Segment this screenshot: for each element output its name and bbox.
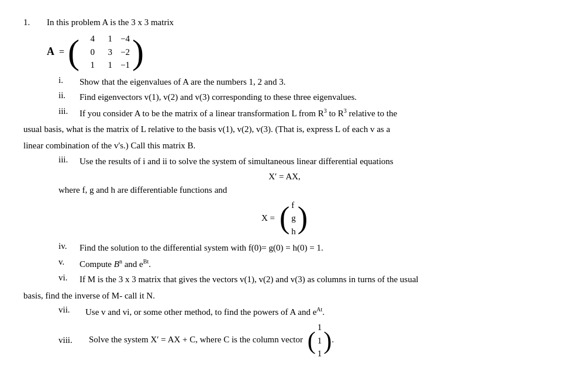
label-i: i. <box>58 75 80 85</box>
col-entry-1: 1 <box>318 321 322 334</box>
full-text-2: linear combination of the v's.) Call thi… <box>23 138 546 152</box>
matrix-bracket-left: ( <box>68 34 80 70</box>
cell-1-3: −4 <box>117 32 130 46</box>
col-entry-3: 1 <box>318 347 322 360</box>
cell-2-1: 0 <box>82 46 95 59</box>
cell-3-2: 1 <box>99 58 112 72</box>
basis-line: basis, find the inverse of M- call it N. <box>23 289 546 303</box>
sub-items-iii-second: iii. Use the results of i and ii to solv… <box>58 155 546 168</box>
cell-1-1: 4 <box>82 32 95 46</box>
label-vii: vii. <box>58 305 85 315</box>
col-bracket-right: ) <box>323 328 332 353</box>
problem-intro: In this problem A is the 3 x 3 matrix <box>47 18 174 27</box>
sub-item-vii: vii. Use v and vi, or some other method,… <box>58 305 546 319</box>
cell-3-1: 1 <box>82 58 95 72</box>
x-entry-g: g <box>291 211 296 225</box>
content-iii-b: Use the results of i and ii to solve the… <box>80 155 394 168</box>
problem-header: 1. In this problem A is the 3 x 3 matrix <box>23 18 546 27</box>
content-vii: Use v and vi, or some other method, to f… <box>85 305 325 319</box>
matrix-bracket-right: ) <box>132 34 144 70</box>
sub-item-vi: vi. If M is the 3 x 3 matrix that gives … <box>58 273 546 286</box>
sub-item-v: v. Compute Bn and eBt. <box>58 257 546 271</box>
sub-item-iv: iv. Find the solution to the differentia… <box>58 241 546 255</box>
column-vector-display: ( 1 1 1 ) <box>308 321 332 360</box>
content-viii: Solve the system X′ = AX + C, where C is… <box>89 321 334 360</box>
sub-item-i: i. Show that the eigenvalues of A are th… <box>58 75 546 89</box>
x-bracket-left: ( <box>280 203 289 233</box>
equation-line: X′ = AX, <box>23 172 546 182</box>
col-entry-2: 1 <box>318 334 322 348</box>
sub-items-group: i. Show that the eigenvalues of A are th… <box>58 75 546 120</box>
differentiable-line: where f, g and h are differentiable func… <box>58 185 546 195</box>
x-vector-content: f g h <box>291 199 296 238</box>
full-text-1: usual basis, what is the matrix of L rel… <box>23 122 546 136</box>
sub-item-iii-a: iii. If you consider A to be the matrix … <box>58 106 546 120</box>
cell-1-2: 1 <box>99 32 112 46</box>
content-ii: Find eigenvectors v(1), v(2) and v(3) co… <box>80 91 357 104</box>
content-v: Compute Bn and eBt. <box>80 257 151 271</box>
matrix-equals: = <box>59 47 64 57</box>
col-vector-content: 1 1 1 <box>318 321 322 360</box>
sub-item-iii-b: iii. Use the results of i and ii to solv… <box>58 155 546 168</box>
cell-2-3: −2 <box>117 46 130 59</box>
label-vi: vi. <box>58 273 80 283</box>
x-label: X = <box>261 213 275 223</box>
matrix-content: 4 1 −4 0 3 −2 1 1 −1 <box>82 32 130 72</box>
sub-item-viii: viii. Solve the system X′ = AX + C, wher… <box>58 321 546 360</box>
sub-item-ii: ii. Find eigenvectors v(1), v(2) and v(3… <box>58 91 546 104</box>
sub-items-ivvvi: iv. Find the solution to the differentia… <box>58 241 546 286</box>
matrix-row-2: 0 3 −2 <box>82 46 130 59</box>
content-vi: If M is the 3 x 3 matrix that gives the … <box>80 273 418 286</box>
label-ii: ii. <box>58 91 80 100</box>
problem-container: 1. In this problem A is the 3 x 3 matrix… <box>23 18 546 360</box>
label-viii: viii. <box>58 335 89 345</box>
content-iii-a: If you consider A to be the matrix of a … <box>80 106 397 120</box>
label-v: v. <box>58 257 80 267</box>
label-iii-a: iii. <box>58 106 80 116</box>
x-entry-f: f <box>291 199 296 212</box>
col-bracket-left: ( <box>308 328 316 353</box>
problem-number: 1. <box>23 18 47 27</box>
matrix-label: A <box>47 46 54 58</box>
cell-3-3: −1 <box>117 58 130 72</box>
label-iv: iv. <box>58 241 80 251</box>
matrix-row-3: 1 1 −1 <box>82 58 130 72</box>
x-vector-display: X = ( f g h ) <box>23 199 546 238</box>
label-iii-b: iii. <box>58 155 80 165</box>
cell-2-2: 3 <box>99 46 112 59</box>
matrix-display: A = ( 4 1 −4 0 3 −2 1 1 −1 ) <box>47 32 546 72</box>
content-i: Show that the eigenvalues of A are the n… <box>80 75 285 89</box>
sub-item-vii-group: vii. Use v and vi, or some other method,… <box>58 305 546 319</box>
content-iv: Find the solution to the differential sy… <box>80 241 323 255</box>
matrix-row-1: 4 1 −4 <box>82 32 130 46</box>
x-bracket-right: ) <box>298 203 308 233</box>
x-entry-h: h <box>291 225 296 238</box>
